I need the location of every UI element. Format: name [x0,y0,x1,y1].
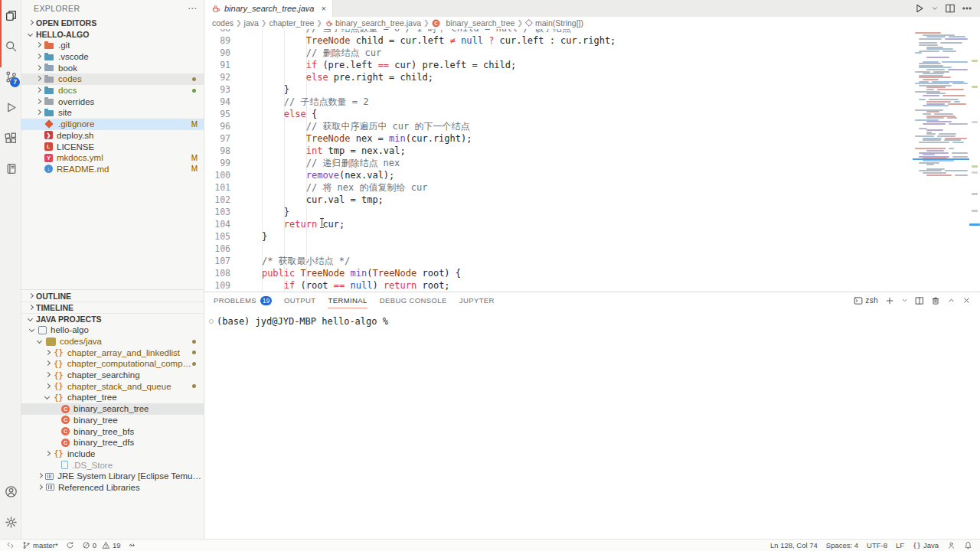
outline-header[interactable]: OUTLINE [21,290,204,302]
code-line-89[interactable]: 89 TreeNode child = cur.left ≠ null ? cu… [204,34,913,47]
encoding[interactable]: UTF-8 [867,541,887,549]
run-dropdown-chevron-icon[interactable] [931,5,939,12]
code-line-108[interactable]: 108 public TreeNode min(TreeNode root) { [204,267,913,279]
java-project-item-binary-search-tree[interactable]: Cbinary_search_tree [21,403,204,415]
branch-indicator[interactable]: master* [22,541,58,549]
activity-item-source-control[interactable]: 7 [0,61,21,92]
terminal-shell-selector[interactable]: zsh [854,296,878,305]
panel-tab-output[interactable]: OUTPUT [284,292,315,308]
activity-item-notebook[interactable] [0,153,21,184]
explorer-item-codes[interactable]: codes [21,73,204,85]
panel-tab-jupyter[interactable]: JUPYTER [459,292,495,308]
eol[interactable]: LF [896,541,904,549]
code-line-109[interactable]: 109 if (root == null) return root; [204,279,913,292]
explorer-item-docs[interactable]: docs [21,85,204,96]
timeline-header[interactable]: TIMELINE [21,302,204,313]
code-line-104[interactable]: 104 return cur; [204,218,913,230]
code-line-106[interactable]: 106 [204,243,913,255]
code-line-103[interactable]: 103 } [204,206,913,218]
breadcrumb-item-3[interactable]: chapter_tree [269,18,314,28]
code-line-92[interactable]: 92 else pre.right = child; [204,71,913,83]
code-line-97[interactable]: 97 TreeNode nex = min(cur.right); [204,132,913,145]
explorer-item--gitignore[interactable]: .gitignoreM [21,119,204,130]
tab-binary-search-tree[interactable]: binary_search_tree.java × [204,0,333,17]
maximize-panel-icon[interactable] [947,296,956,305]
open-editors-header[interactable]: OPEN EDITORS [21,17,204,28]
breadcrumb-item-5[interactable]: Cbinary_search_tree [432,18,515,28]
explorer-item--git[interactable]: .git [21,40,204,51]
close-icon[interactable]: × [321,4,325,13]
breadcrumb-item-1[interactable]: codes [212,18,234,28]
code-line-100[interactable]: 100 remove(nex.val); [204,169,913,181]
language-mode[interactable]: {} Java [913,541,939,549]
workspace-root-header[interactable]: HELLO-ALGO [21,28,204,40]
java-project-item-chapter-array-and-linkedlist[interactable]: {}chapter_array_and_linkedlist [21,347,204,358]
close-panel-icon[interactable] [962,296,971,305]
code-line-98[interactable]: 98 int tmp = nex.val; [204,145,913,157]
breadcrumb-item-4[interactable]: binary_search_tree.java [325,18,421,28]
activity-item-extensions[interactable] [0,122,21,153]
remote-indicator-icon[interactable] [6,541,15,549]
code-editor[interactable]: 88 // 当子结点数量 = 0 / 1 时， child = null / 该… [204,29,980,292]
notifications-bell-icon[interactable] [964,541,972,549]
code-line-93[interactable]: 93 } [204,83,913,96]
java-project-item-chapter-stack-and-queue[interactable]: {}chapter_stack_and_queue [21,380,204,392]
panel-tab-problems[interactable]: PROBLEMS19 [214,292,272,308]
kill-terminal-icon[interactable] [931,296,940,305]
java-project-item-chapter-tree[interactable]: {}chapter_tree [21,392,204,403]
java-project-item-jre-system-library-eclipse-temurin-17-17-[interactable]: JRE System Library [Eclipse Temurin 17 [… [21,471,204,482]
run-button[interactable] [914,3,925,14]
java-project-item-chapter-searching[interactable]: {}chapter_searching [21,370,204,381]
panel-tab-debug-console[interactable]: DEBUG CONSOLE [380,292,447,308]
java-project-item--ds-store[interactable]: .DS_Store [21,459,204,471]
code-line-95[interactable]: 95 else { [204,108,913,120]
code-line-96[interactable]: 96 // 获取中序遍历中 cur 的下一个结点 [204,120,913,132]
activity-item-explorer[interactable] [0,0,21,31]
code-line-107[interactable]: 107 /* 获取最小结点 */ [204,255,913,267]
feedback-icon[interactable] [947,541,956,549]
explorer-item-site[interactable]: site [21,107,204,119]
terminal[interactable]: (base) jyd@JYD-MBP hello-algo % [204,308,980,327]
problems-indicator[interactable]: 0 19 [82,541,121,549]
code-line-94[interactable]: 94 // 子结点数量 = 2 [204,96,913,108]
split-editor-icon[interactable] [945,3,956,14]
java-project-item-include[interactable]: {}include [21,448,204,460]
java-project-item-binary-tree-bfs[interactable]: Cbinary_tree_bfs [21,425,204,437]
code-line-88[interactable]: 88 // 当子结点数量 = 0 / 1 时， child = null / 该… [204,29,913,34]
indentation[interactable]: Spaces: 4 [826,541,858,549]
terminal-dropdown-chevron-icon[interactable] [901,297,908,304]
activity-item-run-debug[interactable] [0,92,21,122]
explorer-item-book[interactable]: book [21,62,204,73]
code-line-99[interactable]: 99 // 递归删除结点 nex [204,157,913,169]
new-terminal-icon[interactable] [885,296,894,305]
breadcrumb-item-2[interactable]: java [244,18,259,28]
code-line-101[interactable]: 101 // 将 nex 的值复制给 cur [204,181,913,194]
code-line-102[interactable]: 102 cur.val = tmp; [204,194,913,206]
explorer-item--vscode[interactable]: .vscode [21,51,204,63]
explorer-item-readme-md[interactable]: ↓README.mdM [21,164,204,175]
explorer-item-mkdocs-yml[interactable]: Ymkdocs.ymlM [21,152,204,164]
code-line-91[interactable]: 91 if (pre.left == cur) pre.left = child… [204,59,913,71]
breadcrumb-item-6[interactable]: main(String[]) [525,18,583,28]
java-project-item-referenced-libraries[interactable]: Referenced Libraries [21,482,204,494]
explorer-item-license[interactable]: LLICENSE [21,141,204,152]
overview-ruler[interactable] [969,29,980,292]
java-project-item-hello-algo[interactable]: hello-algo [21,324,204,336]
java-projects-header[interactable]: JAVA PROJECTS [21,313,204,324]
code-line-90[interactable]: 90 // 删除结点 cur [204,47,913,59]
java-project-item-codes-java[interactable]: codes/java [21,336,204,347]
java-project-item-binary-tree-dfs[interactable]: Cbinary_tree_dfs [21,437,204,448]
activity-item-settings[interactable] [0,507,21,537]
explorer-item-overrides[interactable]: overrides [21,96,204,107]
cursor-position[interactable]: Ln 128, Col 74 [770,541,818,549]
minimap[interactable] [913,29,969,292]
java-project-item-chapter-computational-complexity[interactable]: {}chapter_computational_complexity [21,358,204,370]
java-project-item-binary-tree[interactable]: Cbinary_tree [21,415,204,426]
run-status-icon[interactable] [129,541,137,549]
activity-item-search[interactable] [0,31,21,61]
code-line-105[interactable]: 105 } [204,230,913,243]
panel-tab-terminal[interactable]: TERMINAL [328,292,367,308]
explorer-item-deploy-sh[interactable]: ❯deploy.sh [21,130,204,142]
split-terminal-icon[interactable] [915,296,924,305]
sync-icon[interactable] [66,541,74,549]
